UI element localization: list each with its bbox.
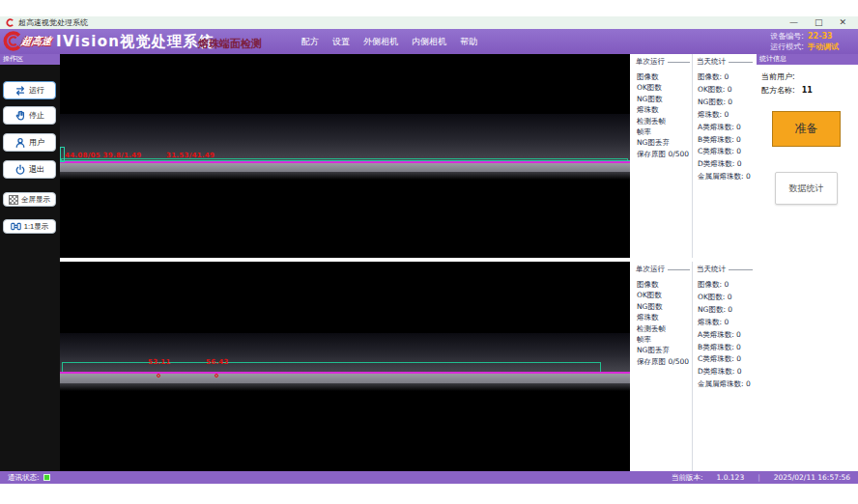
camera-strip-top: [60, 114, 630, 160]
user-button-label: 用户: [29, 137, 44, 148]
sidebar-title: 操作区: [0, 54, 60, 65]
info-panel-title: 统计信息: [757, 54, 858, 65]
stat-row: C类熔珠数: 0: [698, 146, 755, 158]
defect-marker-icon: [214, 374, 218, 378]
stat-row: D类熔珠数: 0: [698, 158, 755, 171]
strip-fade-bottom: [60, 383, 630, 391]
single-run-title: 单次运行: [636, 265, 692, 274]
stat-row: A类熔珠数: 0: [698, 122, 755, 134]
stat-row: 帧率: [637, 126, 692, 137]
stat-row: 熔珠数: [637, 312, 692, 322]
stat-row: 图像数: [637, 279, 692, 290]
measurement-annotation: 53.11: [148, 358, 171, 366]
daily-stats-title: 当天统计: [697, 265, 755, 274]
stop-hand-icon: [14, 110, 26, 122]
exit-button-label: 退出: [29, 164, 44, 175]
daily-stats-column: 当天统计 图像数: 0 OK图数: 0 NG图数: 0 熔珠数: 0 A类熔珠数…: [694, 54, 755, 258]
stat-row: 金属屑熔珠数: 0: [698, 378, 755, 391]
device-info: 设备编号:22-33 运行模式:手动调试: [770, 31, 839, 52]
stat-row: NG图数: 0: [698, 304, 755, 317]
stat-row: D类熔珠数: 0: [698, 366, 755, 378]
stat-row: NG图数: [637, 301, 692, 312]
run-mode-label: 运行模式:: [770, 42, 804, 51]
stat-row: OK图数: [637, 82, 692, 93]
window-title: 超高速视觉处理系统: [18, 17, 789, 28]
single-run-title: 单次运行: [636, 57, 692, 67]
daily-stats-title: 当天统计: [697, 57, 755, 67]
recipe-name-label: 配方名称:: [761, 86, 795, 95]
measurement-annotation: 31.53/41.49: [166, 152, 214, 159]
main-area: 操作区 运行 停止 用户: [0, 54, 858, 471]
menu-item-outer-camera[interactable]: 外侧相机: [363, 36, 398, 48]
stop-button-label: 停止: [29, 110, 44, 121]
device-number-value: 22-33: [808, 32, 833, 41]
stats-panel-bottom: 单次运行 图像数 OK图数 NG图数 熔珠数 检测丢帧 帧率 NG图丢弃 保存原…: [633, 262, 755, 471]
stat-row: OK图数: [637, 290, 692, 300]
stat-row: B类熔珠数: 0: [698, 134, 755, 147]
stat-row: OK图数: 0: [698, 292, 755, 304]
fullscreen-button[interactable]: 全屏显示: [3, 192, 56, 207]
menu-item-recipe[interactable]: 配方: [301, 36, 319, 48]
stat-row: NG图数: 0: [698, 97, 755, 109]
stat-row: 金属屑熔珠数: 0: [698, 171, 755, 183]
defect-marker-icon: [157, 374, 160, 378]
os-titlebar: 超高速视觉处理系统 — □ ✕: [0, 16, 858, 29]
stats-panel-top: 单次运行 图像数 OK图数 NG图数 熔珠数 检测丢帧 帧率 NG图丢弃 保存原…: [633, 54, 755, 258]
current-user-row: 当前用户:: [761, 71, 795, 82]
run-mode-value: 手动调试: [808, 42, 839, 51]
single-run-column: 单次运行 图像数 OK图数 NG图数 熔珠数 检测丢帧 帧率 NG图丢弃 保存原…: [633, 54, 693, 258]
strip-highlight-bottom: [60, 374, 630, 383]
prepare-button[interactable]: 准备: [772, 111, 841, 147]
brand-name: 超高速: [20, 35, 53, 48]
fullscreen-icon: [9, 195, 18, 205]
status-bar: 通讯状态: 当前版本: 1.0.123 | 2025/02/11 16:57:5…: [0, 471, 858, 484]
device-number-label: 设备编号:: [770, 32, 804, 41]
measurement-annotation: 44.08/05 39.8/1.49: [65, 152, 141, 159]
measurement-annotation: 56.43: [206, 358, 229, 366]
recipe-name-value: 11: [802, 86, 813, 95]
stat-row: 熔珠数: [637, 104, 692, 115]
stat-row: A类熔珠数: 0: [698, 329, 755, 342]
user-button[interactable]: 用户: [3, 133, 56, 152]
app-header: 超高速 IVision视觉处理系统 熔珠端面检测 配方 设置 外侧相机 内侧相机…: [0, 29, 858, 54]
menu-item-help[interactable]: 帮助: [460, 36, 477, 48]
camera-view-bottom: 53.11 56.43: [60, 262, 630, 471]
app-logo-icon: [6, 18, 14, 27]
stat-row: B类熔珠数: 0: [698, 342, 755, 354]
stat-row: 图像数: [637, 71, 692, 82]
close-button[interactable]: ✕: [839, 18, 846, 27]
one-to-one-button-label: 1:1显示: [24, 222, 48, 232]
recipe-name-row: 配方名称:11: [761, 85, 813, 96]
menu-item-inner-camera[interactable]: 内侧相机: [412, 36, 446, 48]
menu-item-settings[interactable]: 设置: [332, 36, 350, 48]
stat-row: NG图数: [637, 94, 692, 104]
current-user-label: 当前用户:: [761, 72, 795, 81]
stat-row: 检测丢帧: [637, 116, 692, 126]
stat-row: 保存原图 0/500: [637, 149, 692, 159]
maximize-button[interactable]: □: [815, 18, 823, 27]
comm-status-indicator-icon: [43, 474, 50, 481]
fullscreen-button-label: 全屏显示: [21, 195, 50, 205]
stat-row: 保存原图 0/500: [637, 356, 692, 367]
comm-status-label: 通讯状态:: [8, 473, 40, 483]
power-icon: [14, 164, 26, 176]
stat-row: 帧率: [637, 334, 692, 345]
run-button-label: 运行: [29, 85, 44, 96]
strip-highlight-top: [60, 163, 630, 172]
app-title: IVision视觉处理系统: [56, 33, 214, 51]
one-to-one-button[interactable]: 1:1显示: [3, 219, 56, 234]
minimize-button[interactable]: —: [789, 18, 798, 27]
stat-row: C类熔珠数: 0: [698, 353, 755, 366]
exit-button[interactable]: 退出: [3, 160, 56, 179]
stat-row: 图像数: 0: [698, 279, 755, 292]
data-stats-button[interactable]: 数据统计: [775, 172, 838, 205]
run-button[interactable]: 运行: [3, 81, 56, 99]
version-value: 1.0.123: [717, 473, 745, 482]
user-icon: [14, 137, 26, 149]
stat-row: 检测丢帧: [637, 323, 692, 334]
stop-button[interactable]: 停止: [3, 106, 56, 125]
app-window: 超高速视觉处理系统 — □ ✕ 超高速 IVision视觉处理系统 熔珠端面检测…: [0, 0, 858, 504]
daily-stats-column: 当天统计 图像数: 0 OK图数: 0 NG图数: 0 熔珠数: 0 A类熔珠数…: [694, 262, 755, 471]
stat-row: 熔珠数: 0: [698, 109, 755, 122]
run-cycle-icon: [14, 85, 26, 97]
